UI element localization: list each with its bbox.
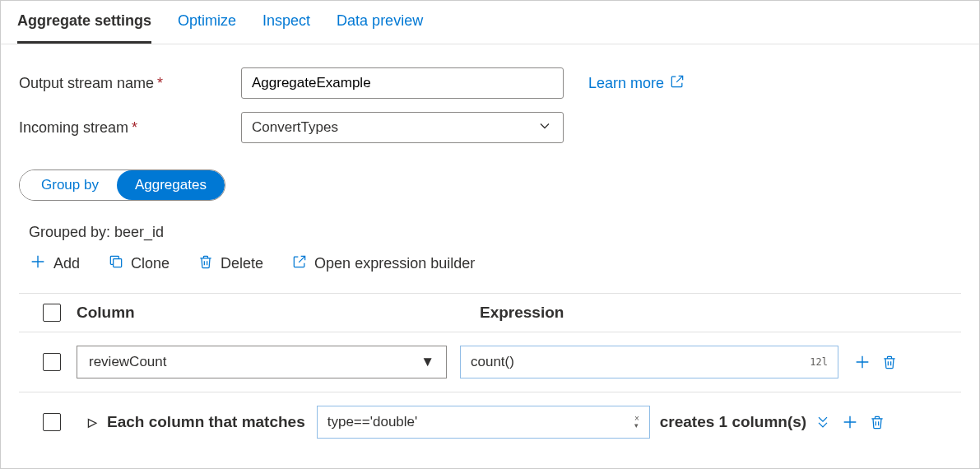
clone-button[interactable]: Clone xyxy=(108,253,170,274)
aggregate-row: reviewCount ▼ count() 12l xyxy=(19,332,961,392)
copy-icon xyxy=(108,253,124,274)
pill-aggregates[interactable]: Aggregates xyxy=(117,170,225,200)
output-stream-row: Output stream name* Learn more xyxy=(19,67,961,99)
external-link-icon xyxy=(669,73,685,94)
delete-row-button[interactable] xyxy=(881,353,898,371)
tab-bar: Aggregate settings Optimize Inspect Data… xyxy=(1,1,979,44)
row-checkbox[interactable] xyxy=(43,353,61,371)
plus-icon xyxy=(29,253,47,275)
incoming-stream-row: Incoming stream* ConvertTypes xyxy=(19,112,961,143)
tab-aggregate-settings[interactable]: Aggregate settings xyxy=(17,1,151,44)
mode-toggle: Group by Aggregates xyxy=(19,169,225,201)
add-row-button[interactable] xyxy=(853,353,871,371)
expand-double-chevron-icon[interactable] xyxy=(815,414,831,430)
pattern-row: ▷ Each column that matches type=='double… xyxy=(19,392,961,452)
svg-rect-0 xyxy=(114,259,122,267)
external-link-icon xyxy=(291,253,308,274)
open-expression-builder-button[interactable]: Open expression builder xyxy=(291,253,475,274)
delete-button[interactable]: Delete xyxy=(197,253,263,275)
expression-input[interactable]: count() 12l xyxy=(460,346,838,378)
pattern-condition-input[interactable]: type=='double' ×▾ xyxy=(317,406,650,439)
chevron-down-icon xyxy=(536,118,553,138)
actions-toolbar: Add Clone Delete Open expression builder xyxy=(29,253,961,275)
column-header-expression: Expression xyxy=(480,304,961,322)
expression-type-indicator: 12l xyxy=(810,356,828,368)
output-stream-input[interactable] xyxy=(241,67,564,99)
add-row-button[interactable] xyxy=(841,413,859,431)
column-name-dropdown[interactable]: reviewCount ▼ xyxy=(77,346,447,378)
incoming-stream-select[interactable]: ConvertTypes xyxy=(241,112,564,143)
pill-group-by[interactable]: Group by xyxy=(20,170,117,200)
column-header-column: Column xyxy=(77,304,480,322)
add-button[interactable]: Add xyxy=(29,253,80,275)
row-checkbox[interactable] xyxy=(43,413,61,431)
grid-header: Column Expression xyxy=(19,293,961,332)
pattern-prefix-label: Each column that matches xyxy=(107,413,305,431)
trash-icon xyxy=(197,253,214,275)
expand-icon[interactable]: ▷ xyxy=(88,416,97,429)
tab-data-preview[interactable]: Data preview xyxy=(337,1,423,44)
caret-down-icon: ▼ xyxy=(420,354,434,370)
incoming-stream-label: Incoming stream* xyxy=(19,119,216,137)
clear-sort-icon[interactable]: ×▾ xyxy=(634,415,639,429)
output-stream-label: Output stream name* xyxy=(19,75,216,92)
delete-row-button[interactable] xyxy=(869,413,885,431)
tab-inspect[interactable]: Inspect xyxy=(262,1,310,44)
tab-optimize[interactable]: Optimize xyxy=(178,1,236,44)
pattern-suffix-label: creates 1 column(s) xyxy=(660,413,806,431)
learn-more-link[interactable]: Learn more xyxy=(588,73,685,94)
select-all-checkbox[interactable] xyxy=(43,304,61,322)
grouped-by-text: Grouped by: beer_id xyxy=(29,224,961,241)
